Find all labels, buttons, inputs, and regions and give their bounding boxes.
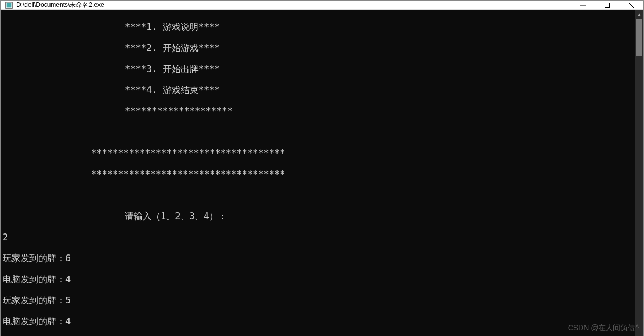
menu-item-3: ****3. 开始出牌****: [3, 64, 635, 74]
window-controls: [571, 1, 643, 9]
titlebar[interactable]: D:\dell\Documents\未命名2.exe: [1, 1, 643, 10]
console-output[interactable]: ****1. 游戏说明**** ****2. 开始游戏**** ****3. 开…: [1, 10, 635, 336]
blank-line: [3, 190, 635, 200]
app-icon: [5, 1, 13, 9]
scrollbar-thumb[interactable]: [636, 19, 642, 56]
scroll-up-icon[interactable]: ▲: [635, 10, 643, 18]
window-title: D:\dell\Documents\未命名2.exe: [16, 1, 571, 9]
deal-line: 玩家发到的牌：5: [3, 295, 635, 306]
blank-line: [3, 127, 635, 137]
vertical-scrollbar[interactable]: ▲ ▼: [635, 10, 643, 336]
console-area: ****1. 游戏说明**** ****2. 开始游戏**** ****3. 开…: [1, 10, 643, 336]
menu-divider-long-1: ************************************: [3, 148, 635, 158]
deal-line: 玩家发到的牌：6: [3, 253, 635, 263]
svg-rect-3: [605, 3, 610, 7]
input-prompt: 请输入（1、2、3、4）：: [3, 211, 635, 221]
svg-rect-1: [7, 3, 12, 7]
deal-line: 电脑发到的牌：4: [3, 316, 635, 327]
app-window: D:\dell\Documents\未命名2.exe ****1. 游戏说明**…: [0, 0, 644, 336]
menu-item-4: ****4. 游戏结束****: [3, 85, 635, 95]
menu-divider-short: ********************: [3, 106, 635, 116]
close-button[interactable]: [619, 1, 643, 9]
minimize-button[interactable]: [571, 1, 595, 9]
menu-divider-long-2: ************************************: [3, 169, 635, 179]
maximize-button[interactable]: [595, 1, 619, 9]
deal-line: 电脑发到的牌：4: [3, 274, 635, 284]
menu-item-2: ****2. 开始游戏****: [3, 43, 635, 53]
menu-item-1: ****1. 游戏说明****: [3, 22, 635, 32]
user-input: 2: [3, 232, 635, 242]
